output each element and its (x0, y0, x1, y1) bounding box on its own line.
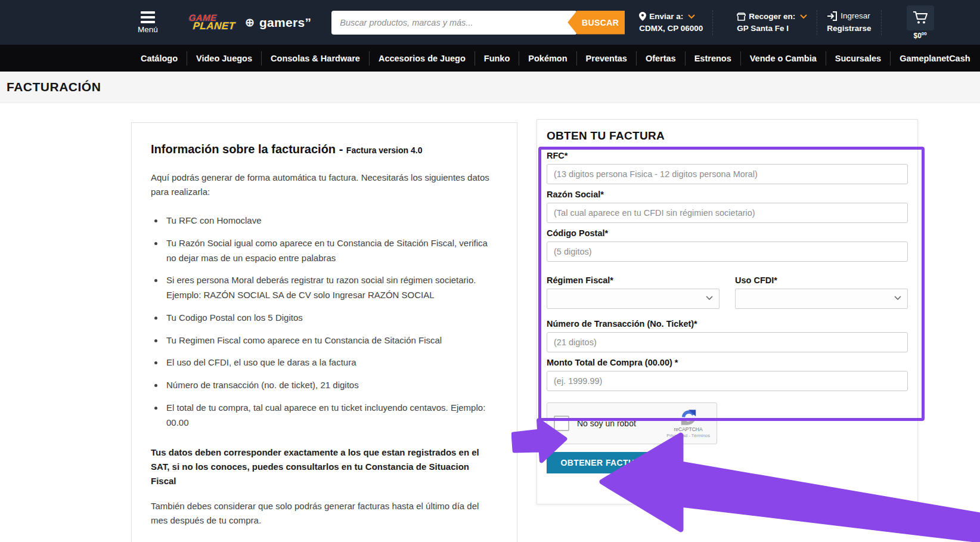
chevron-down-icon (894, 296, 901, 301)
recaptcha-privacy-terms[interactable]: Privacidad - Términos (666, 433, 710, 438)
num-transaccion-input[interactable] (547, 332, 908, 352)
pickup-label: Recoger en: (749, 11, 795, 23)
codigo-postal-label: Código Postal* (547, 228, 908, 238)
list-item: Tu RFC con Homoclave (164, 213, 493, 228)
facturacion-page: Menú GAME PLANET ⊕ gamers” BUSCAR Enviar… (0, 0, 980, 542)
menu-label: Menú (138, 25, 158, 34)
uso-cfdi-select[interactable] (735, 289, 908, 309)
header-divider (817, 10, 817, 35)
pickup-value: GP Santa Fe I (737, 23, 807, 35)
nav-item-sucursales[interactable]: Sucursales (826, 51, 890, 66)
billing-info-panel: Información sobre la facturación - Factu… (131, 122, 517, 542)
list-item: Tu Regimen Fiscal como aparece en tu Con… (164, 333, 493, 348)
recaptcha-brand: reCAPTCHA Privacidad - Términos (666, 409, 710, 438)
razon-social-label: Razón Social* (547, 190, 908, 199)
gameplanet-logo[interactable]: GAME PLANET (188, 14, 236, 30)
header-divider (881, 10, 882, 35)
register-label: Registrarse (827, 23, 871, 35)
info-intro: Aquí podrás generar de forma automática … (151, 171, 493, 199)
ship-to-selector[interactable]: Enviar a: CDMX, CP 06000 (639, 11, 703, 34)
search-input[interactable] (331, 11, 577, 35)
nav-item-preventas[interactable]: Preventas (576, 51, 636, 66)
rfc-label: RFC* (547, 151, 908, 160)
page-title: FACTURACIÓN (7, 80, 101, 94)
info-title-main: Información sobre la facturación - (151, 143, 346, 156)
cart-icon (913, 11, 928, 25)
location-pin-icon (639, 12, 646, 21)
num-transaccion-label: Número de Transacción (No. Ticket)* (547, 319, 908, 329)
ship-to-label: Enviar a: (649, 11, 683, 23)
header-divider (712, 10, 713, 35)
recaptcha-icon (680, 409, 697, 426)
menu-button[interactable]: Menú (132, 11, 163, 34)
page-title-bar: FACTURACIÓN (0, 72, 980, 103)
pickup-selector[interactable]: Recoger en: GP Santa Fe I (737, 11, 807, 34)
chevron-down-icon (800, 14, 807, 19)
info-title-sub: Factura version 4.0 (346, 145, 423, 155)
form-title: OBTEN TU FACTURA (547, 129, 908, 143)
format-note: La factura viene generada en formato a P… (151, 538, 493, 542)
chevron-down-icon (688, 14, 695, 19)
recaptcha-widget: No soy un robot reCAPTCHA Privacidad - T… (547, 402, 717, 444)
list-item: El uso del CFDI, el uso que le daras a l… (164, 355, 493, 370)
list-item: El total de tu compra, tal cual aparece … (164, 401, 493, 430)
site-header: Menú GAME PLANET ⊕ gamers” BUSCAR Enviar… (0, 0, 980, 45)
requirements-list: Tu RFC con Homoclave Tu Razón Social igu… (164, 213, 493, 430)
list-item: Tu Razón Social igual como aparece en tu… (164, 236, 493, 266)
login-icon (827, 11, 837, 21)
cart-total: $000 (913, 31, 926, 40)
rfc-input[interactable] (547, 164, 908, 184)
deadline-note: También debes considerar que solo podrás… (151, 499, 493, 528)
nav-item-ofertas[interactable]: Ofertas (636, 51, 685, 66)
nav-item-accesorios[interactable]: Accesorios de Juego (369, 51, 475, 66)
nav-item-video-juegos[interactable]: Video Juegos (187, 51, 261, 66)
recaptcha-brand-name: reCAPTCHA (674, 426, 703, 432)
nav-item-consolas-hardware[interactable]: Consolas & Hardware (261, 51, 369, 66)
info-title: Información sobre la facturación - Factu… (151, 140, 493, 159)
monto-total-label: Monto Total de Compra (00.00) * (547, 358, 908, 367)
nav-item-gameplanetcash[interactable]: GameplanetCash (890, 51, 979, 66)
recaptcha-label: No soy un robot (577, 419, 666, 428)
search-bar: BUSCAR (331, 11, 625, 35)
obtener-factura-button[interactable]: OBTENER FACTURA (547, 452, 661, 473)
invoice-form-panel: OBTEN TU FACTURA RFC* Razón Social* Códi… (536, 119, 918, 504)
razon-social-input[interactable] (547, 203, 908, 223)
regimen-fiscal-select[interactable] (547, 289, 720, 309)
cart-button[interactable]: $000 (907, 5, 934, 40)
logo-line2: PLANET (193, 22, 235, 30)
list-item: Tu Codigo Postal con los 5 Digitos (164, 311, 493, 326)
gamers-logo[interactable]: gamers” (259, 16, 311, 30)
nav-item-vende-o-cambia[interactable]: Vende o Cambia (740, 51, 826, 66)
nav-item-funko[interactable]: Funko (475, 51, 519, 66)
monto-total-input[interactable] (547, 371, 908, 391)
store-icon (737, 13, 746, 21)
plus-circle-icon: ⊕ (245, 16, 255, 29)
nav-item-pokemon[interactable]: Pokémon (519, 51, 576, 66)
ship-to-value: CDMX, CP 06000 (639, 23, 703, 35)
nav-item-catalogo[interactable]: Catálogo (132, 51, 187, 66)
search-button[interactable]: BUSCAR (567, 11, 625, 35)
list-item: Número de transacción (no. de ticket), 2… (164, 378, 493, 393)
codigo-postal-input[interactable] (547, 241, 908, 262)
regimen-fiscal-label: Régimen Fiscal* (547, 275, 720, 285)
list-item: Si eres persona Moral deberás registrar … (164, 273, 493, 303)
nav-item-estrenos[interactable]: Estrenos (685, 51, 740, 66)
login-label: Ingresar (841, 10, 870, 22)
hamburger-icon (141, 11, 155, 23)
uso-cfdi-label: Uso CFDI* (735, 275, 908, 285)
login-register[interactable]: Ingresar Registrarse (827, 10, 871, 35)
chevron-down-icon (706, 296, 713, 301)
recaptcha-checkbox[interactable] (554, 416, 569, 431)
main-nav: Catálogo Video Juegos Consolas & Hardwar… (0, 45, 980, 72)
sat-warning: Tus datos deben corresponder exactamente… (151, 445, 493, 488)
